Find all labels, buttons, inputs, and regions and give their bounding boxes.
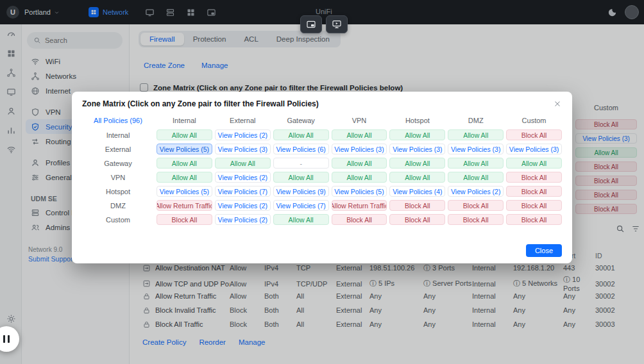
zone-pair-cell[interactable]: Block All: [389, 200, 445, 211]
zone-pair-cell[interactable]: View Policies (2): [215, 200, 271, 211]
screen-cast-button[interactable]: [326, 15, 348, 33]
row-label-vpn: VPN: [82, 174, 154, 181]
column-header-gateway: Gateway: [273, 115, 329, 126]
column-header-external: External: [215, 115, 271, 126]
zone-pair-cell[interactable]: View Policies (5): [157, 144, 212, 154]
zone-pair-cell[interactable]: View Policies (7): [273, 200, 329, 211]
column-header-dmz: DMZ: [448, 115, 504, 126]
zone-pair-cell[interactable]: Block All: [389, 214, 445, 225]
close-icon[interactable]: [553, 99, 562, 108]
zone-pair-cell[interactable]: Block All: [506, 129, 562, 140]
zone-pair-cell[interactable]: Block All: [448, 200, 504, 211]
zone-pair-cell[interactable]: Allow All: [389, 129, 445, 140]
zone-pair-cell[interactable]: Allow All: [389, 158, 445, 169]
row-label-gateway: Gateway: [82, 160, 154, 167]
pip-icon: [306, 19, 316, 29]
zone-pair-cell[interactable]: Allow Return Traffic: [332, 200, 387, 211]
zone-pair-cell[interactable]: View Policies (3): [389, 144, 445, 154]
zone-pair-cell[interactable]: Allow All: [332, 172, 387, 183]
present-icon: [332, 19, 342, 29]
zone-pair-cell[interactable]: Allow All: [215, 158, 271, 169]
zone-pair-cell[interactable]: View Policies (5): [157, 186, 212, 197]
zone-pair-cell[interactable]: Allow All: [389, 172, 445, 183]
zone-pair-cell[interactable]: View Policies (4): [389, 186, 445, 197]
column-header-internal: Internal: [157, 115, 212, 126]
zone-pair-cell[interactable]: View Policies (7): [215, 186, 271, 197]
zone-pair-cell[interactable]: Allow All: [332, 158, 387, 169]
column-header-vpn: VPN: [332, 115, 387, 126]
zone-pair-cell[interactable]: -: [273, 158, 329, 169]
zone-pair-cell[interactable]: Allow All: [273, 214, 329, 225]
zone-pair-cell[interactable]: Block All: [332, 214, 387, 225]
mini-view-button[interactable]: [300, 15, 322, 33]
column-header-hotspot: Hotspot: [389, 115, 445, 126]
zone-pair-cell[interactable]: Block All: [448, 214, 504, 225]
row-label-hotspot: Hotspot: [82, 188, 154, 195]
column-header-all-policies[interactable]: All Policies (96): [82, 115, 154, 126]
row-label-internal: Internal: [82, 131, 154, 139]
row-label-dmz: DMZ: [82, 202, 154, 210]
row-label-external: External: [82, 145, 154, 153]
row-label-custom: Custom: [82, 216, 154, 224]
modal-title: Zone Matrix (Click on any Zone pair to f…: [82, 99, 319, 108]
zone-pair-cell[interactable]: View Policies (3): [332, 144, 387, 154]
zone-matrix-modal: Zone Matrix (Click on any Zone pair to f…: [72, 92, 572, 263]
zone-pair-cell[interactable]: Block All: [506, 200, 562, 211]
zone-pair-cell[interactable]: Allow All: [273, 129, 329, 140]
zone-pair-cell[interactable]: View Policies (6): [273, 144, 329, 154]
zone-pair-cell[interactable]: View Policies (3): [448, 144, 504, 154]
zone-pair-cell[interactable]: View Policies (2): [448, 186, 504, 197]
zone-pair-cell[interactable]: View Policies (2): [215, 172, 271, 183]
zone-pair-cell[interactable]: View Policies (9): [273, 186, 329, 197]
zone-pair-cell[interactable]: Block All: [157, 214, 212, 225]
zone-pair-cell[interactable]: Allow All: [448, 129, 504, 140]
zone-pair-cell[interactable]: View Policies (2): [215, 129, 271, 140]
zone-pair-cell[interactable]: Block All: [506, 214, 562, 225]
zone-pair-cell[interactable]: Allow All: [332, 129, 387, 140]
zone-pair-cell[interactable]: Allow All: [506, 158, 562, 169]
zone-pair-cell[interactable]: View Policies (3): [215, 144, 271, 154]
zone-pair-cell[interactable]: Allow All: [273, 172, 329, 183]
zone-pair-cell[interactable]: View Policies (3): [506, 144, 562, 154]
zone-pair-cell[interactable]: Block All: [506, 172, 562, 183]
zone-pair-cell[interactable]: Allow Return Traffic: [157, 200, 212, 211]
close-button[interactable]: Close: [526, 244, 562, 257]
zone-pair-cell[interactable]: Allow All: [448, 158, 504, 169]
zone-pair-cell[interactable]: Block All: [506, 186, 562, 197]
zone-pair-cell[interactable]: Allow All: [157, 129, 212, 140]
zone-pair-cell[interactable]: Allow All: [157, 172, 212, 183]
zone-pair-cell[interactable]: View Policies (5): [332, 186, 387, 197]
zone-pair-cell[interactable]: Allow All: [448, 172, 504, 183]
zone-pair-cell[interactable]: Allow All: [157, 158, 212, 169]
zone-pair-cell[interactable]: View Policies (2): [215, 214, 271, 225]
column-header-custom: Custom: [506, 115, 562, 126]
